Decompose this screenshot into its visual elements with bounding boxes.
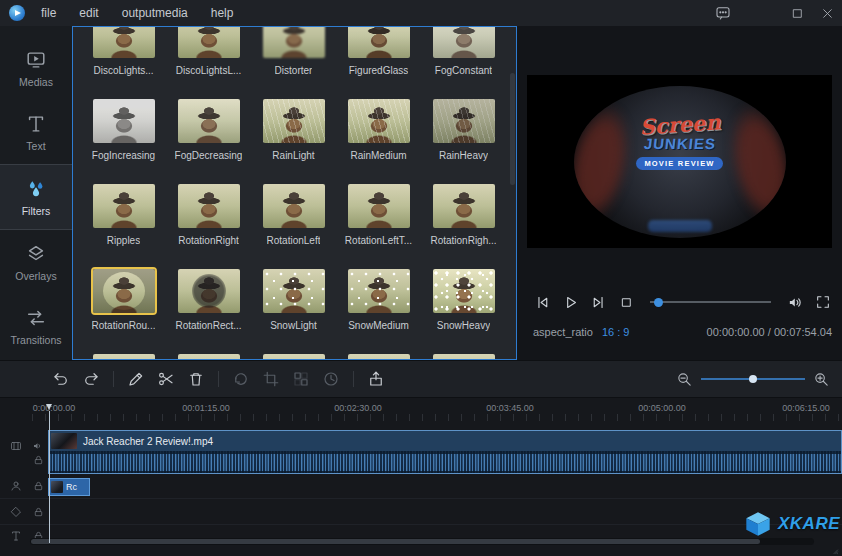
filter-item[interactable]: Distorter [251, 26, 336, 99]
close-button[interactable] [812, 0, 842, 26]
edit-pencil-button[interactable] [126, 369, 146, 389]
export-button[interactable] [366, 369, 386, 389]
overlay-clip-name: Rc [66, 482, 77, 492]
filter-label: RotationRigh... [430, 235, 496, 246]
filter-item[interactable]: FogConstant [421, 26, 506, 99]
aspect-ratio-label: aspect_ratio [533, 326, 593, 338]
filter-label: FiguredGlass [349, 65, 408, 76]
timeline-ruler[interactable] [32, 414, 842, 421]
logo-reflection [648, 220, 712, 232]
filter-item[interactable]: RainHeavy [421, 99, 506, 184]
logo-line-3: MOVIE REVIEW [636, 157, 722, 170]
filter-item[interactable]: RotationLeftT... [336, 184, 421, 269]
filter-item[interactable]: RotationRect... [166, 269, 251, 354]
filter-item[interactable]: DiscoLightsL... [166, 26, 251, 99]
aspect-ratio-value[interactable]: 16 : 9 [602, 326, 630, 338]
maximize-button[interactable] [782, 0, 812, 26]
toolbar-divider [353, 371, 354, 387]
filter-item-selected[interactable]: RotationRou... [81, 269, 166, 354]
undo-button[interactable] [51, 369, 71, 389]
delete-trash-button[interactable] [186, 369, 206, 389]
filter-item[interactable]: RotationRigh... [421, 184, 506, 269]
filter-item[interactable]: DiscoLights... [81, 26, 166, 99]
seek-handle[interactable] [654, 298, 663, 307]
filter-item[interactable]: FogDecreasing [166, 99, 251, 184]
timeline-scrollbar-thumb[interactable] [31, 539, 760, 544]
filter-label: SnowMedium [348, 320, 409, 331]
stop-button[interactable] [617, 293, 635, 311]
filter-label: RotationLeft [267, 235, 321, 246]
sidebar-item-medias[interactable]: Medias [0, 36, 72, 100]
resize-grip[interactable] [828, 544, 839, 555]
ruler-label: 0:00:00.00 [33, 403, 76, 413]
filter-item[interactable]: SnowLight [251, 269, 336, 354]
filter-thumbnail [433, 99, 495, 143]
step-back-button[interactable] [533, 293, 551, 311]
video-preview: Screen JUNKIES MOVIE REVIEW [527, 75, 832, 248]
filter-label: RotationRight [178, 235, 239, 246]
filter-thumbnail [348, 269, 410, 313]
screenjunkies-logo: Screen JUNKIES MOVIE REVIEW [574, 112, 786, 170]
filter-item[interactable]: Ripples [81, 184, 166, 269]
split-scissors-button[interactable] [156, 369, 176, 389]
zoom-slider[interactable] [701, 378, 805, 380]
filters-grid: DiscoLights... DiscoLightsL... Distorter… [81, 26, 506, 360]
mosaic-button[interactable] [291, 369, 311, 389]
menu-file[interactable]: file [39, 4, 58, 22]
pip-track-icon [10, 480, 22, 492]
feedback-chat-icon[interactable] [708, 0, 738, 26]
timecode: 00:00:00.00 / 00:07:54.04 [707, 326, 832, 338]
seek-slider[interactable] [650, 301, 771, 303]
overlay-clip[interactable]: Rc [48, 478, 90, 496]
track-mute-icon[interactable] [32, 440, 44, 452]
video-clip[interactable]: Jack Reacher 2 Review!.mp4 [48, 430, 842, 474]
video-track-icon [10, 440, 22, 452]
zoom-out-icon[interactable] [676, 371, 693, 388]
track-lock-icon[interactable] [32, 454, 44, 466]
menu-edit[interactable]: edit [77, 4, 100, 22]
zoom-in-icon[interactable] [813, 371, 830, 388]
zoom-slider-handle[interactable] [749, 375, 757, 383]
filter-item[interactable]: SnowHeavy [421, 269, 506, 354]
filter-item[interactable]: FiguredGlass [336, 26, 421, 99]
filter-thumbnail [433, 26, 495, 58]
play-button[interactable] [561, 293, 579, 311]
filters-scrollbar[interactable] [510, 73, 515, 185]
watermark-text: XKARE [778, 514, 840, 534]
rotate-button[interactable] [231, 369, 251, 389]
filter-item[interactable]: RainMedium [336, 99, 421, 184]
crop-button[interactable] [261, 369, 281, 389]
overlays-icon [25, 243, 47, 265]
track-lock-icon[interactable] [32, 506, 44, 518]
filter-thumbnail [433, 269, 495, 313]
filter-item[interactable]: RotationLeft [251, 184, 336, 269]
filter-label: SnowHeavy [437, 320, 490, 331]
video-clip-name: Jack Reacher 2 Review!.mp4 [83, 436, 213, 447]
filter-item[interactable]: RainLight [251, 99, 336, 184]
sidebar-item-overlays[interactable]: Overlays [0, 230, 72, 294]
medias-icon [25, 49, 47, 71]
overlay-clip-thumbnail [51, 481, 63, 493]
fullscreen-button[interactable] [814, 293, 832, 311]
watermark-logo-icon [744, 510, 772, 538]
redo-button[interactable] [81, 369, 101, 389]
filter-label: Distorter [275, 65, 313, 76]
filter-thumbnail [263, 269, 325, 313]
menu-bar: file edit outputmedia help [39, 4, 235, 22]
sidebar-item-filters[interactable]: Filters [0, 164, 72, 230]
window-controls [708, 0, 842, 26]
duration-clock-button[interactable] [321, 369, 341, 389]
sidebar-item-transitions[interactable]: Transitions [0, 294, 72, 358]
menu-help[interactable]: help [209, 4, 236, 22]
sidebar-item-text[interactable]: Text [0, 100, 72, 164]
ruler-label: 00:05:00.00 [638, 403, 686, 413]
track-lock-icon[interactable] [32, 480, 44, 492]
step-forward-button[interactable] [589, 293, 607, 311]
timeline-scrollbar[interactable] [30, 538, 814, 545]
volume-icon[interactable] [786, 293, 804, 311]
filter-item[interactable]: FogIncreasing [81, 99, 166, 184]
filter-item[interactable]: RotationRight [166, 184, 251, 269]
filter-item[interactable]: SnowMedium [336, 269, 421, 354]
menu-outputmedia[interactable]: outputmedia [120, 4, 190, 22]
playhead[interactable] [49, 411, 50, 543]
